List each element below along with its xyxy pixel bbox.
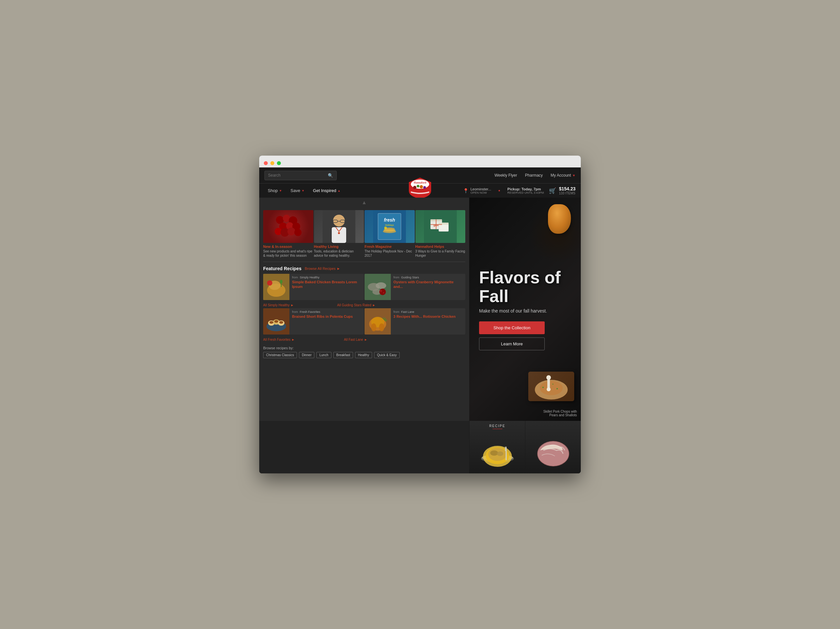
tag-quick-easy[interactable]: Quick & Easy — [374, 352, 399, 358]
get-inspired-label: Get Inspired — [313, 188, 336, 193]
inspired-item-hannaford-helps[interactable]: give Hannaford Helps 3 Ways to Give to a… — [415, 210, 466, 258]
inspired-item-healthy-living[interactable]: Healthy Living Tools, education & dietic… — [314, 210, 364, 258]
recipe-source-1: Simply Healthy — [300, 276, 320, 279]
recipe-name-4: 3 Recipes With... Rotisserie Chicken — [393, 314, 463, 319]
oysters-info: from Guiding Stars Oysters with Cranberr… — [391, 274, 465, 300]
left-panel: ▲ — [259, 198, 469, 421]
all-fresh-favorites-link[interactable]: All Fresh Favorites ► — [263, 338, 295, 341]
browse-arrow-icon: ► — [337, 267, 340, 270]
recipe-from-label-1: from Simply Healthy — [292, 276, 361, 279]
bottom-right-panel: RECIPE — [469, 421, 581, 473]
svg-rect-36 — [439, 223, 448, 224]
shop-nav-item[interactable]: Shop ▼ — [264, 185, 285, 196]
svg-text:fresh: fresh — [384, 217, 395, 223]
arrow-icon-2: ► — [372, 303, 375, 307]
arrow-icon-3: ► — [291, 338, 295, 341]
healthy-living-desc: Tools, education & dietician advice for … — [314, 249, 364, 258]
svg-point-5 — [423, 186, 426, 189]
save-label: Save — [291, 188, 300, 193]
tag-christmas-classics[interactable]: Christmas Classics — [263, 352, 297, 358]
svg-point-59 — [279, 321, 283, 324]
hannaford-helps-image: give — [415, 210, 466, 243]
shop-caret-icon: ▼ — [279, 189, 282, 192]
tag-breakfast[interactable]: Breakfast — [333, 352, 353, 358]
arrow-icon-1: ► — [291, 303, 294, 307]
recipe-from-label-4: from Fast Lane — [393, 310, 463, 313]
recipe-source-3: Fresh Favorites — [300, 310, 321, 313]
hero-subtitle: Make the most of our fall harvest. — [479, 308, 571, 313]
separator-dot: • — [499, 188, 501, 194]
inspired-item-fresh-magazine[interactable]: fresh Holidays Fresh Magazine The Holida… — [365, 210, 415, 258]
search-box[interactable]: 🔍 — [264, 171, 337, 180]
inspired-item-new-in-season[interactable]: New & In-season See new products and wha… — [263, 210, 313, 258]
shop-collection-button[interactable]: Shop the Collection — [479, 321, 545, 334]
top-bar-links: Weekly Flyer Pharmacy My Account ▼ — [494, 173, 576, 178]
search-icon: 🔍 — [328, 173, 333, 178]
hero-title: Flavors of Fall — [479, 268, 571, 306]
braised-ribs-image — [263, 308, 289, 335]
learn-more-button[interactable]: Learn More — [479, 338, 545, 350]
recipe-name-1: Simple Baked Chicken Breasts Lorem Ipsum — [292, 280, 361, 289]
all-simply-healthy-link[interactable]: All Simply Healthy ► — [263, 303, 294, 307]
all-guiding-stars-link[interactable]: All Guiding Stars Rated ► — [337, 303, 376, 307]
recipe-name-3: Braised Short Ribs in Polenta Cups — [292, 314, 361, 319]
svg-text:Holidays: Holidays — [385, 224, 394, 226]
logo[interactable]: Hannaford — [408, 177, 432, 201]
get-inspired-nav-item[interactable]: Get Inspired ▲ — [310, 185, 344, 196]
svg-point-71 — [547, 387, 551, 391]
squash-shape — [548, 204, 571, 234]
open-now-label: OPEN NOW — [471, 191, 491, 194]
oysters-image — [365, 274, 391, 300]
tag-healthy[interactable]: Healthy — [355, 352, 372, 358]
arrow-icon-4: ► — [364, 338, 368, 341]
featured-recipes-header: Featured Recipes Browse All Recipes ► — [259, 263, 469, 274]
hero-squash-decoration — [548, 204, 571, 234]
all-fast-lane-link[interactable]: All Fast Lane ► — [344, 338, 367, 341]
maximize-button-dot[interactable] — [277, 161, 281, 165]
new-in-season-title: New & In-season — [263, 245, 313, 248]
my-account-label: My Account — [551, 173, 571, 178]
recipe-source-4: Fast Lane — [401, 310, 414, 313]
featured-recipes-title: Featured Recipes — [263, 266, 302, 271]
save-nav-item[interactable]: Save ▼ — [287, 185, 308, 196]
svg-point-49 — [379, 289, 386, 295]
svg-point-44 — [280, 280, 283, 284]
location-info[interactable]: 📍 Leominster... OPEN NOW — [463, 187, 491, 194]
svg-point-30 — [384, 226, 387, 229]
svg-point-68 — [540, 381, 563, 395]
my-account-link[interactable]: My Account ▼ — [551, 173, 576, 178]
weekly-flyer-link[interactable]: Weekly Flyer — [494, 173, 517, 178]
nav-bar: Shop ▼ Save ▼ Get Inspired ▲ — [259, 183, 581, 198]
hero-content: Flavors of Fall Make the most of our fal… — [479, 268, 571, 350]
svg-rect-81 — [505, 446, 506, 451]
svg-point-15 — [294, 229, 302, 236]
pharmacy-link[interactable]: Pharmacy — [525, 173, 543, 178]
browse-by-section: Browse recipes by: Christmas Classics Di… — [259, 343, 469, 362]
recipe-row-2: from Fresh Favorites Braised Short Ribs … — [259, 308, 469, 337]
search-input[interactable] — [268, 173, 325, 178]
recipe-card-braised-ribs[interactable]: from Fresh Favorites Braised Short Ribs … — [263, 308, 364, 335]
browser-chrome — [259, 156, 581, 168]
tag-lunch[interactable]: Lunch — [316, 352, 331, 358]
browse-all-label: Browse All Recipes — [305, 267, 336, 270]
fresh-magazine-image: fresh Holidays — [365, 210, 415, 243]
bottom-card-meat[interactable] — [525, 421, 581, 473]
svg-point-51 — [383, 292, 384, 294]
close-button-dot[interactable] — [264, 161, 268, 165]
fresh-magazine-desc: The Holiday Playbook Nov - Dec 2017 — [365, 249, 415, 258]
healthy-living-title: Healthy Living — [314, 245, 364, 248]
healthy-living-image — [314, 210, 364, 243]
recipe-from-label-2: from Guiding Stars — [393, 276, 463, 279]
bottom-card-recipe[interactable]: RECIPE — [469, 421, 525, 473]
cutting-board-shape — [528, 371, 574, 401]
recipe-card-simple-baked-chicken[interactable]: from Simply Healthy Simple Baked Chicken… — [263, 274, 364, 300]
pickup-time-label: Pickup: Today, 7pm — [507, 187, 544, 191]
tag-dinner[interactable]: Dinner — [299, 352, 314, 358]
browse-all-recipes-link[interactable]: Browse All Recipes ► — [305, 267, 340, 270]
cart-info[interactable]: 🛒 $154.23 133 ITEMS — [549, 186, 576, 195]
svg-rect-18 — [332, 227, 346, 243]
svg-point-14 — [287, 228, 295, 235]
recipe-card-rotisserie[interactable]: from Fast Lane 3 Recipes With... Rotisse… — [365, 308, 465, 335]
recipe-card-oysters[interactable]: from Guiding Stars Oysters with Cranberr… — [365, 274, 465, 300]
minimize-button-dot[interactable] — [270, 161, 274, 165]
